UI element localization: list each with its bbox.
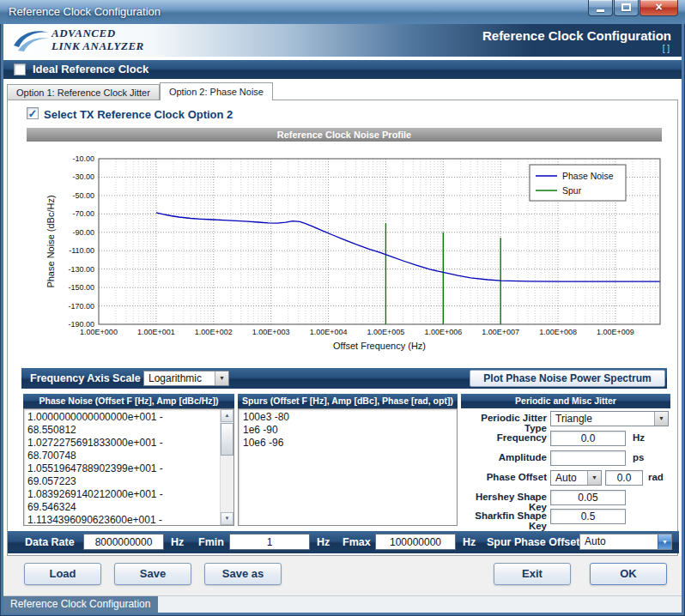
svg-text:1.00E+001: 1.00E+001 xyxy=(137,328,175,336)
svg-text:Phase Noise: Phase Noise xyxy=(562,171,614,181)
chevron-down-icon: ▼ xyxy=(587,471,601,485)
minimize-button[interactable] xyxy=(588,0,613,16)
svg-text:Spur: Spur xyxy=(562,185,582,196)
list-line[interactable]: 10e6 -96 xyxy=(243,437,452,450)
tab-option2-phase-noise[interactable]: Option 2: Phase Noise xyxy=(160,82,273,100)
frequency-input[interactable] xyxy=(550,431,626,446)
title-bar[interactable]: Reference Clock Configuration × xyxy=(0,0,685,24)
sharkfin-shape-key-input[interactable] xyxy=(550,509,626,524)
data-rate-input[interactable] xyxy=(83,534,164,550)
save-as-button[interactable]: Save as xyxy=(204,563,282,585)
fmin-input[interactable] xyxy=(229,534,310,550)
chevron-down-icon: ▼ xyxy=(215,371,228,385)
phase-offset-label: Phase Offset xyxy=(461,472,547,482)
svg-text:-170.00: -170.00 xyxy=(68,302,94,311)
fmax-unit: Hz xyxy=(463,536,476,548)
phase-noise-tab-page: ✓ Select TX Reference Clock Option 2 Ref… xyxy=(7,100,678,556)
svg-text:-90.00: -90.00 xyxy=(72,228,94,237)
svg-text:1.00E+005: 1.00E+005 xyxy=(367,328,405,336)
svg-text:1.00E+000: 1.00E+000 xyxy=(80,328,118,336)
scrollbar[interactable]: ▲ ▼ xyxy=(220,409,233,525)
plot-phase-noise-power-spectrum-button[interactable]: Plot Phase Noise Power Spectrum xyxy=(470,370,665,387)
list-line[interactable]: 1e6 -90 xyxy=(243,424,452,437)
frequency-axis-scale-select[interactable]: Logarithmic ▼ xyxy=(143,371,229,386)
svg-text:Offset Frequency (Hz): Offset Frequency (Hz) xyxy=(333,341,426,351)
phase-noise-panel-header: Phase Noise (Offset F [Hz], Amp [dBc/Hz]… xyxy=(23,394,234,408)
phase-offset-row: Phase Offset Auto ▼ rad xyxy=(461,470,670,487)
hershey-shape-key-row: Hershey Shape Key xyxy=(461,490,670,507)
list-line[interactable]: 69.057223 xyxy=(27,475,230,488)
maximize-button[interactable] xyxy=(614,0,639,16)
list-line[interactable]: 1.0000000000000000e+001 - xyxy=(27,411,230,424)
frequency-label: Frequency xyxy=(461,432,547,443)
app-logo: ADVANCED LINK ANALYZER xyxy=(52,27,144,52)
page-subtitle: [ ] xyxy=(663,44,670,53)
close-icon: × xyxy=(640,0,677,15)
phase-noise-chart: -10.00-30.00-50.00-70.00-90.00-110.00-13… xyxy=(27,142,662,363)
tab-option1-reference-clock-jitter[interactable]: Option 1: Reference Clock Jitter xyxy=(7,84,160,100)
svg-text:-10.00: -10.00 xyxy=(72,154,94,163)
ok-button[interactable]: OK xyxy=(590,563,667,585)
svg-text:-110.00: -110.00 xyxy=(69,246,94,255)
spurs-listbox[interactable]: 100e3 -801e6 -9010e6 -96 xyxy=(238,408,458,526)
check-icon: ✓ xyxy=(27,108,38,119)
dialog-body: ADVANCED LINK ANALYZER Reference Clock C… xyxy=(3,24,682,613)
chevron-down-icon: ▼ xyxy=(658,534,671,549)
frequency-unit: Hz xyxy=(633,432,645,443)
list-line[interactable]: 68.550812 xyxy=(27,424,230,437)
list-line[interactable]: 1.0551964788902399e+001 - xyxy=(27,462,230,475)
spur-phase-offset-select[interactable]: Auto ▼ xyxy=(579,534,672,550)
list-line[interactable]: 1.1134396090623600e+001 - xyxy=(27,514,230,526)
fmax-input[interactable] xyxy=(375,534,456,550)
list-line[interactable]: 1.0272275691833000e+001 - xyxy=(27,437,230,450)
list-line[interactable]: 100e3 -80 xyxy=(243,411,452,424)
svg-text:-150.00: -150.00 xyxy=(68,283,94,292)
amplitude-unit: ps xyxy=(633,452,644,462)
phase-noise-listbox[interactable]: 1.0000000000000000e+001 -68.5508121.0272… xyxy=(23,408,234,526)
spurs-lines: 100e3 -801e6 -9010e6 -96 xyxy=(243,411,452,450)
page-title: Reference Clock Configuration xyxy=(482,28,671,43)
ideal-reference-clock-label: Ideal Reference Clock xyxy=(33,63,149,75)
ideal-reference-clock-bar: Ideal Reference Clock xyxy=(3,60,682,79)
list-line[interactable]: 69.546324 xyxy=(27,501,230,514)
spur-phase-offset-label: Spur Phase Offset xyxy=(487,536,579,548)
app-window: Reference Clock Configuration × ADVANCED… xyxy=(0,0,685,616)
fmin-unit: Hz xyxy=(317,536,330,548)
app-header: ADVANCED LINK ANALYZER Reference Clock C… xyxy=(3,24,682,57)
periodic-jitter-type-row: Periodic Jitter Type Triangle ▼ xyxy=(461,411,670,428)
data-rate-unit: Hz xyxy=(171,536,184,548)
frequency-row: Frequency Hz xyxy=(461,431,670,448)
save-button[interactable]: Save xyxy=(114,563,191,585)
phase-offset-mode-select[interactable]: Auto ▼ xyxy=(550,470,602,486)
scrollbar-thumb[interactable] xyxy=(221,423,233,456)
chevron-down-icon: ▼ xyxy=(654,412,668,426)
list-line[interactable]: 68.700748 xyxy=(27,450,230,462)
load-button[interactable]: Load xyxy=(24,563,101,585)
amplitude-input[interactable] xyxy=(550,450,626,466)
amplitude-label: Amplitude xyxy=(461,452,547,462)
phase-offset-input[interactable] xyxy=(605,470,643,486)
frequency-axis-scale-value: Logarithmic xyxy=(144,371,215,385)
svg-text:-70.00: -70.00 xyxy=(72,209,94,218)
fmin-label: Fmin xyxy=(198,536,224,548)
svg-text:1.00E+007: 1.00E+007 xyxy=(482,328,519,336)
scroll-up-icon[interactable]: ▲ xyxy=(221,409,233,422)
data-rate-label: Data Rate xyxy=(25,536,75,548)
exit-button[interactable]: Exit xyxy=(494,563,571,585)
select-tx-reference-clock-checkbox[interactable]: ✓ xyxy=(27,107,39,119)
maximize-icon xyxy=(621,3,631,11)
hershey-shape-key-input[interactable] xyxy=(550,490,626,505)
sharkfin-shape-key-label: Sharkfin Shape Key xyxy=(461,510,547,531)
svg-text:-30.00: -30.00 xyxy=(72,172,94,181)
list-line[interactable]: 1.0839269140212000e+001 - xyxy=(27,488,230,501)
window-controls: × xyxy=(588,0,678,16)
logo-swoosh-icon xyxy=(12,27,50,53)
ideal-reference-clock-checkbox[interactable] xyxy=(14,63,26,75)
svg-text:1.00E+006: 1.00E+006 xyxy=(424,328,462,336)
scroll-down-icon[interactable]: ▼ xyxy=(221,512,233,525)
periodic-jitter-type-select[interactable]: Triangle ▼ xyxy=(550,411,669,426)
close-button[interactable]: × xyxy=(640,0,678,16)
phase-offset-unit: rad xyxy=(648,472,664,482)
frequency-axis-bar: Frequency Axis Scale Logarithmic ▼ Plot … xyxy=(21,368,667,389)
periodic-misc-jitter-panel-header: Periodic and Misc Jitter xyxy=(461,394,670,408)
